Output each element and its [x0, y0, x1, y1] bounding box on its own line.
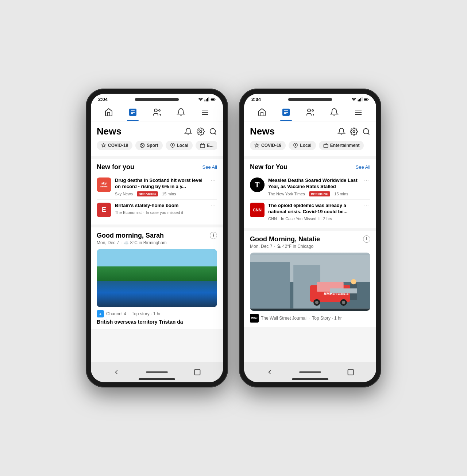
bottom-nav-right: [244, 362, 376, 382]
status-icons-left: [198, 97, 216, 102]
nav-home-right[interactable]: [255, 106, 269, 118]
nav-bell-left[interactable]: [174, 106, 188, 118]
signal-strength-icon-right: [358, 97, 363, 102]
medical-icon-right: [254, 143, 259, 148]
status-icons-right: [351, 97, 369, 102]
cnn-content: The opioid epidemic was already a nation…: [268, 203, 359, 221]
nav-bell-right[interactable]: [327, 106, 341, 118]
channel4-logo: 4: [97, 310, 104, 317]
morning-section-right: Good Morning, Natalie Mon, Dec 7 · 🌤 42°…: [244, 231, 376, 327]
category-local-left[interactable]: Local: [166, 141, 193, 150]
categories-right: COVID-19 Local Entertainment: [250, 141, 370, 153]
economist-content: Britain's stately-home boom The Economis…: [115, 203, 206, 215]
nav-home-left[interactable]: [101, 106, 116, 118]
svg-rect-20: [200, 144, 205, 148]
svg-point-37: [353, 130, 355, 133]
category-entertainment-left[interactable]: E...: [196, 141, 217, 150]
news-more-cnn[interactable]: ···: [363, 203, 370, 209]
bottom-nav-left: [91, 362, 223, 382]
search-icon-left[interactable]: [209, 128, 217, 136]
settings-icon-left[interactable]: [197, 128, 205, 136]
morning-meta-right: Mon, Dec 7 · 🌤 42°F in Chicago: [250, 244, 320, 249]
header-actions-right: [337, 128, 370, 136]
story-image-left: [97, 249, 217, 307]
sky-news-logo: sky news: [97, 177, 111, 192]
news-item-economist[interactable]: E Britain's stately-home boom The Econom…: [97, 200, 217, 220]
info-icon-left[interactable]: ℹ: [210, 232, 217, 239]
economist-meta: The Economist · In case you missed it: [115, 210, 206, 215]
nav-menu-right[interactable]: [351, 106, 366, 118]
signal-icon-right: [351, 97, 356, 102]
nav-news-right[interactable]: [279, 106, 293, 118]
news-more-nyt[interactable]: ···: [363, 177, 370, 184]
notification-bell-icon-left[interactable]: [184, 128, 192, 136]
svg-rect-27: [364, 98, 367, 100]
notification-bell-icon-right[interactable]: [337, 128, 346, 136]
nav-bar-right: [244, 104, 376, 121]
status-time-left: 2:04: [98, 97, 108, 102]
info-icon-right[interactable]: ℹ: [363, 235, 370, 243]
search-icon-right[interactable]: [362, 128, 370, 136]
categories-left: COVID-19 Sport Local E...: [97, 141, 217, 153]
header-right: News COVID-19: [244, 121, 376, 156]
category-sport-left[interactable]: Sport: [135, 141, 162, 150]
morning-top-left: Good morning, Sarah Mon, Dec 7 · ☁️ 8°C …: [97, 232, 217, 249]
new-for-you-title-left: New for you: [97, 163, 134, 171]
news-more-economist[interactable]: ···: [209, 203, 217, 209]
nav-community-left[interactable]: [150, 106, 164, 118]
home-indicator-right[interactable]: [299, 371, 321, 373]
category-covid-left[interactable]: COVID-19: [97, 141, 132, 150]
nyt-meta: The New York Times · BREAKING · 15 mins: [268, 191, 359, 196]
nav-menu-left[interactable]: [198, 106, 212, 118]
svg-point-32: [308, 109, 310, 112]
medical-icon-left: [101, 143, 106, 148]
svg-rect-0: [205, 100, 205, 101]
svg-line-39: [368, 133, 369, 134]
cnn-headline: The opioid epidemic was already a nation…: [268, 203, 359, 215]
square-btn-left[interactable]: [191, 366, 204, 379]
square-btn-right[interactable]: [344, 366, 357, 379]
section-header-left: New for you See All: [97, 163, 217, 171]
wsj-logo: WSJ: [250, 314, 259, 323]
home-indicator-left[interactable]: [146, 371, 168, 373]
back-btn-left[interactable]: [110, 366, 123, 379]
news-more-sky[interactable]: ···: [209, 177, 217, 184]
economist-headline: Britain's stately-home boom: [115, 203, 206, 209]
svg-point-16: [210, 128, 216, 134]
see-all-left[interactable]: See All: [202, 164, 217, 170]
battery-icon-right: [364, 97, 369, 102]
nav-news-left[interactable]: [126, 106, 140, 118]
category-entertainment-right[interactable]: Entertainment: [319, 141, 364, 150]
economist-logo: E: [97, 203, 111, 217]
medical-scene-svg: AMBULANCE: [250, 253, 370, 311]
svg-rect-23: [359, 99, 360, 101]
news-item-sky[interactable]: sky news Drug deaths in Scotland hit wor…: [97, 175, 217, 200]
svg-rect-22: [358, 100, 359, 101]
morning-title-left: Good morning, Sarah: [97, 232, 167, 239]
svg-point-56: [351, 279, 356, 284]
svg-rect-25: [362, 97, 362, 101]
morning-title-right: Good Morning, Natalie: [250, 235, 320, 243]
morning-top-right: Good Morning, Natalie Mon, Dec 7 · 🌤 42°…: [250, 235, 370, 253]
svg-rect-1: [206, 99, 207, 101]
landscape-scene-left: [97, 249, 217, 307]
nyt-content: Measles Deaths Soared Worldwide Last Yea…: [268, 177, 359, 196]
see-all-right[interactable]: See All: [356, 164, 370, 170]
category-covid-right[interactable]: COVID-19: [250, 141, 286, 150]
battery-icon: [211, 97, 216, 102]
svg-text:T: T: [255, 181, 260, 189]
settings-icon-right[interactable]: [350, 128, 358, 136]
news-item-nyt[interactable]: T Measles Deaths Soared Worldwide Last Y…: [250, 175, 370, 200]
status-bar-right: 2:04: [244, 94, 376, 104]
category-local-right[interactable]: Local: [289, 141, 316, 150]
svg-rect-24: [360, 98, 361, 101]
header-top-left: News: [97, 126, 217, 137]
weather-icon-left: ☁️: [123, 240, 129, 245]
nav-community-right[interactable]: [303, 106, 317, 118]
news-item-cnn[interactable]: CNN The opioid epidemic was already a na…: [250, 200, 370, 224]
medical-scene-right: AMBULANCE: [250, 253, 370, 311]
cnn-logo: CNN: [250, 203, 265, 217]
back-btn-right[interactable]: [263, 366, 276, 379]
sky-news-headline: Drug deaths in Scotland hit worst level …: [115, 177, 206, 190]
morning-meta-left: Mon, Dec 7 · ☁️ 8°C in Birmingham: [97, 240, 167, 245]
